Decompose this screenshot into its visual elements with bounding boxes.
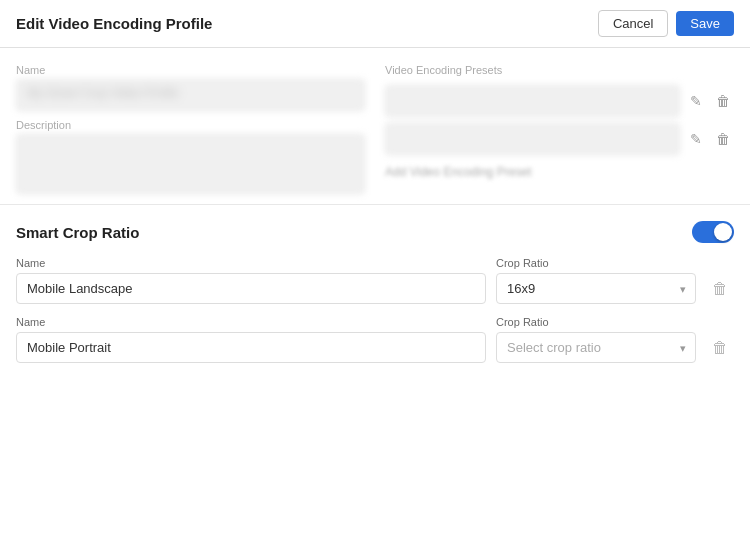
crop-ratio-select-1[interactable]: 16x9 1x1 4x3 4x5 9x16 [496, 273, 696, 304]
preset-row-2: ✎ 🗑 [385, 123, 734, 155]
smart-crop-header: Smart Crop Ratio [16, 221, 734, 243]
crop-name-field-2: Name [16, 316, 486, 363]
smart-crop-toggle[interactable] [692, 221, 734, 243]
delete-crop-row-2-button[interactable]: 🗑 [706, 335, 734, 361]
crop-name-field-1: Name [16, 257, 486, 304]
crop-ratio-select-2[interactable]: Select crop ratio 1x1 4x3 4x5 9x16 16x9 [496, 332, 696, 363]
edit-preset-2-button[interactable]: ✎ [686, 127, 706, 151]
crop-name-label-1: Name [16, 257, 486, 269]
crop-name-input-2[interactable] [16, 332, 486, 363]
name-field-label: Name [16, 64, 365, 76]
smart-crop-section: Smart Crop Ratio Name Crop Ratio [0, 205, 750, 363]
name-description-fields: Name My Smart Crop Video Profile Descrip… [16, 64, 365, 194]
preset-input-2 [385, 123, 680, 155]
edit-preset-1-button[interactable]: ✎ [686, 89, 706, 113]
name-input-blurred: My Smart Crop Video Profile [16, 79, 365, 111]
toggle-thumb [714, 223, 732, 241]
description-field-group: Description [16, 119, 365, 194]
smart-crop-main: Smart Crop Ratio Name Crop Ratio [0, 205, 750, 375]
cancel-button[interactable]: Cancel [598, 10, 668, 37]
crop-ratio-label-2: Crop Ratio [496, 316, 696, 328]
description-input-blurred [16, 134, 365, 194]
header-actions: Cancel Save [598, 10, 734, 37]
name-field-group: Name My Smart Crop Video Profile [16, 64, 365, 111]
preset-row-1: ✎ 🗑 [385, 85, 734, 117]
crop-ratio-select-wrapper-2: Select crop ratio 1x1 4x3 4x5 9x16 16x9 … [496, 332, 696, 363]
page-title: Edit Video Encoding Profile [16, 15, 212, 32]
toggle-track [692, 221, 734, 243]
top-form-section: Name My Smart Crop Video Profile Descrip… [0, 48, 750, 205]
save-button[interactable]: Save [676, 11, 734, 36]
presets-label: Video Encoding Presets [385, 64, 734, 76]
crop-ratio-select-wrapper-1: 16x9 1x1 4x3 4x5 9x16 ▾ [496, 273, 696, 304]
crop-ratio-field-1: Crop Ratio 16x9 1x1 4x3 4x5 9x16 ▾ [496, 257, 696, 304]
crop-ratio-row-1: Name Crop Ratio 16x9 1x1 4x3 4x5 9x16 ▾ [16, 257, 734, 304]
delete-crop-row-1-button[interactable]: 🗑 [706, 276, 734, 302]
crop-ratio-row-2: Name Crop Ratio Select crop ratio 1x1 4x… [16, 316, 734, 363]
crop-name-label-2: Name [16, 316, 486, 328]
delete-preset-1-button[interactable]: 🗑 [712, 89, 734, 113]
page-header: Edit Video Encoding Profile Cancel Save [0, 0, 750, 48]
presets-field-group: Video Encoding Presets ✎ 🗑 ✎ 🗑 Add Video… [385, 64, 734, 194]
preset-input-1 [385, 85, 680, 117]
crop-ratio-label-1: Crop Ratio [496, 257, 696, 269]
delete-preset-2-button[interactable]: 🗑 [712, 127, 734, 151]
add-preset-button[interactable]: Add Video Encoding Preset [385, 161, 734, 183]
description-field-label: Description [16, 119, 365, 131]
crop-name-input-1[interactable] [16, 273, 486, 304]
smart-crop-title: Smart Crop Ratio [16, 224, 139, 241]
crop-ratio-field-2: Crop Ratio Select crop ratio 1x1 4x3 4x5… [496, 316, 696, 363]
